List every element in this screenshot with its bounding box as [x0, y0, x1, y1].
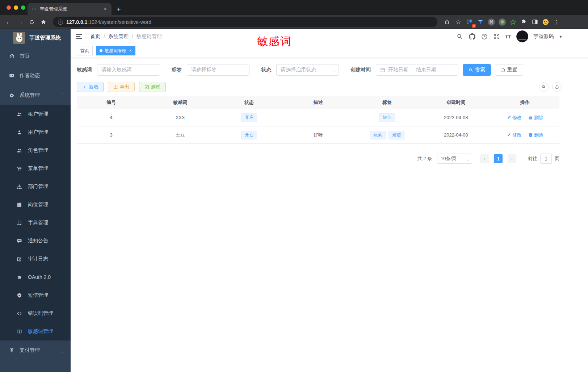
- table-toolbar: ＋ 新增 导出 测试: [77, 82, 582, 92]
- puzzle-extension-icon[interactable]: [519, 17, 529, 27]
- tag-select[interactable]: 请选择标签ˬ: [187, 64, 249, 76]
- export-button[interactable]: 导出: [108, 82, 135, 92]
- site-info-icon[interactable]: i: [58, 20, 63, 25]
- sidebar-item-menu-tree[interactable]: 菜单管理: [0, 159, 71, 177]
- prev-page-button[interactable]: ‹: [480, 154, 489, 163]
- sidebar-item-role[interactable]: 角色管理: [0, 141, 71, 159]
- url-path: :1024/system/sensitive-word: [87, 19, 151, 25]
- search-button[interactable]: 搜索: [463, 64, 491, 76]
- delete-link[interactable]: 删除: [528, 132, 543, 138]
- github-icon[interactable]: [469, 33, 476, 40]
- user-icon: [17, 130, 22, 135]
- emoji-extension-icon[interactable]: [541, 17, 550, 27]
- sidebar-item-notice[interactable]: 通知公告: [0, 232, 71, 250]
- sidebar-item-gear[interactable]: 系统管理ˆ: [0, 85, 71, 105]
- sidebar-menu: 首页作者动态系统管理ˆ租户管理ˬ用户管理角色管理菜单管理部门管理岗位管理字典管理…: [0, 46, 71, 360]
- tag-view-current[interactable]: 敏感词管理×: [96, 46, 135, 55]
- user-avatar[interactable]: [516, 30, 528, 42]
- status-select[interactable]: 请选择启用状态ˬ: [276, 64, 339, 76]
- back-button[interactable]: ←: [4, 17, 14, 27]
- font-size-icon[interactable]: тT: [505, 33, 512, 39]
- goto-page-input[interactable]: 1: [540, 154, 552, 164]
- refresh-table-button[interactable]: [552, 82, 562, 92]
- page-1-button[interactable]: 1: [494, 154, 503, 163]
- sidebar-item-label: 错误码管理: [28, 310, 53, 317]
- sidebar-item-label: 用户管理: [28, 129, 48, 135]
- reload-button[interactable]: [27, 17, 37, 27]
- tab-close-icon[interactable]: ×: [103, 6, 108, 12]
- sidebar-item-pay[interactable]: 支付管理ˬ: [0, 340, 71, 360]
- add-button[interactable]: ＋ 新增: [77, 82, 104, 92]
- sidebar-item-post[interactable]: 岗位管理: [0, 196, 71, 214]
- browser-tab[interactable]: 芋道管理系统 ×: [28, 3, 112, 15]
- sidebar-item-dashboard[interactable]: 首页: [0, 46, 71, 66]
- browser-menu-icon[interactable]: ⋮: [552, 17, 561, 27]
- breadcrumb-system[interactable]: 系统管理: [108, 33, 129, 40]
- sidebar-item-label: OAuth 2.0: [28, 274, 51, 280]
- header-search-icon[interactable]: [456, 33, 463, 40]
- dashboard-icon: [9, 54, 14, 59]
- sidebar-item-label: 首页: [20, 53, 30, 59]
- sidebar-item-label: 通知公告: [28, 238, 48, 244]
- share-button[interactable]: [442, 17, 452, 27]
- record-extension-icon[interactable]: [497, 17, 507, 27]
- reset-button[interactable]: 重置: [495, 64, 523, 76]
- col-tags: 标签: [353, 96, 421, 109]
- keyword-input[interactable]: 请输入敏感词: [97, 64, 160, 76]
- forward-button[interactable]: →: [15, 17, 25, 27]
- page-size-select[interactable]: 10条/页 ˬ: [437, 154, 472, 164]
- chevron-down-icon: ˬ: [62, 112, 64, 116]
- toggle-search-button[interactable]: [539, 82, 549, 92]
- chevron-down-icon: ˬ: [62, 293, 64, 297]
- download-icon: [113, 85, 118, 89]
- tag-label: 标签: [172, 67, 182, 73]
- next-page-button[interactable]: ›: [508, 154, 516, 163]
- sidebar-item-sms[interactable]: 短信管理ˬ: [0, 286, 71, 304]
- date-range-picker[interactable]: 开始日期 - 结束日期: [376, 64, 458, 76]
- help-icon[interactable]: [481, 33, 488, 40]
- close-window-button[interactable]: [7, 5, 11, 10]
- collapse-sidebar-icon[interactable]: [76, 34, 82, 39]
- tag-active-dot-icon: [100, 49, 102, 52]
- tab-title: 芋道管理系统: [40, 6, 100, 12]
- minimize-window-button[interactable]: [14, 5, 18, 10]
- url-bar[interactable]: i 127.0.0.1:1024/system/sensitive-word: [53, 17, 437, 27]
- side-panel-extension-icon[interactable]: [530, 17, 539, 27]
- new-tab-button[interactable]: +: [117, 6, 121, 13]
- sidebar-item-sensitive-word[interactable]: 敏感词管理: [0, 322, 71, 340]
- sidebar-item-dept[interactable]: 部门管理: [0, 177, 71, 196]
- sidebar-item-chat[interactable]: 作者动态: [0, 66, 71, 85]
- sidebar-item-label: 作者动态: [20, 72, 40, 79]
- green-star-extension-icon[interactable]: [508, 17, 518, 27]
- search-form: 敏感词 请输入敏感词 标签 请选择标签ˬ 状态 请选择启用状态ˬ 创建时间 开始…: [77, 64, 582, 76]
- breadcrumb-home[interactable]: 首页: [90, 33, 100, 40]
- col-id: 编号: [77, 96, 146, 109]
- extension-badge: 9: [472, 24, 476, 28]
- sidebar-item-dict[interactable]: 字典管理: [0, 214, 71, 232]
- zoom-window-button[interactable]: [21, 5, 25, 10]
- sidebar-item-label: 敏感词管理: [28, 328, 53, 335]
- sidebar-item-oauth[interactable]: OAuth 2.0ˬ: [0, 268, 71, 286]
- audit-log-icon: [17, 256, 22, 262]
- tag-view-home[interactable]: 首页: [77, 46, 93, 55]
- delete-link[interactable]: 删除: [528, 114, 543, 121]
- sidebar-item-error-code[interactable]: 错误码管理: [0, 304, 71, 322]
- edit-link[interactable]: 修改: [507, 114, 522, 121]
- sidebar-item-label: 菜单管理: [28, 165, 48, 172]
- filter-gem-extension-icon[interactable]: [476, 17, 485, 27]
- fullscreen-icon[interactable]: [493, 33, 500, 40]
- cell-actions: 修改删除: [491, 109, 559, 126]
- goto-label: 前往: [528, 155, 537, 162]
- edit-link[interactable]: 修改: [507, 132, 522, 138]
- test-button[interactable]: 测试: [139, 82, 166, 92]
- command-extension-icon[interactable]: ⌘: [487, 17, 496, 27]
- sidebar-item-user[interactable]: 用户管理: [0, 123, 71, 141]
- tag-close-icon[interactable]: ×: [129, 48, 132, 53]
- sidebar-logo[interactable]: 芋道管理系统: [0, 29, 71, 46]
- sidebar-item-tenant[interactable]: 租户管理ˬ: [0, 105, 71, 123]
- sidebar-item-audit-log[interactable]: 审计日志ˬ: [0, 250, 71, 268]
- user-menu-caret-icon[interactable]: ▼: [559, 34, 563, 39]
- home-button[interactable]: [38, 17, 49, 27]
- bookmark-star-icon[interactable]: ☆: [453, 17, 463, 27]
- grid-diamond-extension-icon[interactable]: 9: [465, 17, 474, 27]
